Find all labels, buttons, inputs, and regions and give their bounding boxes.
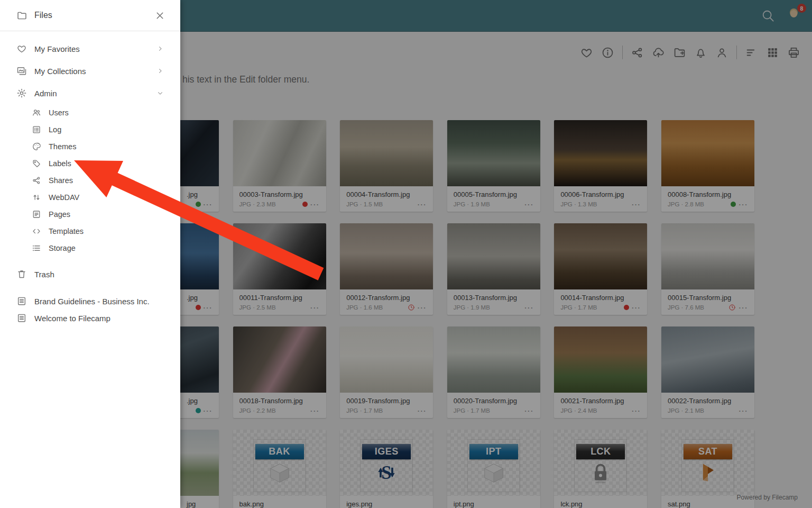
new-folder-button[interactable] (673, 46, 686, 59)
file-menu-icon[interactable]: ··· (632, 201, 641, 208)
file-name: 00020-Transform.jpg (454, 397, 534, 405)
sidebar-item-trash[interactable]: Trash (0, 263, 180, 285)
file-menu-icon[interactable]: ··· (310, 407, 320, 414)
file-thumbnail (447, 120, 540, 186)
grid-view-button[interactable] (766, 46, 779, 59)
file-card[interactable]: 00011-Transform.jpgJPG · 2.5 MB··· (233, 223, 326, 315)
sidebar-item-templates[interactable]: Templates (0, 223, 180, 240)
file-card[interactable]: 00015-Transform.jpgJPG · 7.6 MB··· (661, 223, 754, 315)
file-card[interactable]: 00019-Transform.jpgJPG · 1.7 MB··· (340, 326, 433, 418)
upload-button[interactable] (652, 46, 665, 59)
sidebar-item-webdav[interactable]: WebDAV (0, 189, 180, 206)
file-menu-icon[interactable]: ··· (204, 201, 213, 208)
file-card[interactable]: IGESSiges.png··· (340, 430, 433, 508)
file-card[interactable]: 00008-Transform.jpgJPG · 2.8 MB··· (661, 120, 754, 212)
file-name: 00021-Transform.jpg (560, 397, 641, 405)
favorites-button[interactable] (580, 46, 593, 59)
sort-icon (745, 46, 758, 59)
file-card[interactable]: IPTipt.png··· (447, 430, 540, 508)
file-menu-icon[interactable]: ··· (632, 304, 641, 311)
file-name: 00015-Transform.jpg (668, 294, 748, 302)
file-menu-icon[interactable]: ··· (418, 407, 427, 414)
gear-icon (16, 88, 27, 98)
file-meta: JPG · 2.5 MB (239, 304, 276, 311)
file-meta: JPG · 2.1 MB (668, 407, 704, 414)
file-menu-icon[interactable]: ··· (204, 304, 213, 311)
file-card[interactable]: 00022-Transform.jpgJPG · 2.1 MB··· (661, 326, 754, 418)
user-avatar[interactable]: 8 (786, 7, 802, 24)
file-card[interactable]: 00014-Transform.jpgJPG · 1.7 MB··· (554, 223, 647, 315)
file-card[interactable]: 00003-Transform.jpgJPG · 2.3 MB··· (233, 120, 326, 212)
status-dot-red (302, 202, 308, 207)
file-menu-icon[interactable]: ··· (204, 407, 213, 414)
chevron-right-icon (156, 44, 164, 53)
file-thumbnail (447, 326, 540, 393)
sidebar-item-log[interactable]: Log (0, 121, 180, 138)
file-thumbnail (661, 120, 754, 186)
sidebar-item-my-favorites[interactable]: My Favorites (0, 38, 180, 60)
sidebar-item-pages[interactable]: Pages (0, 206, 180, 223)
sidebar-item-themes[interactable]: Themes (0, 138, 180, 155)
sidebar-item-admin[interactable]: Admin (0, 82, 180, 104)
clock-icon (408, 304, 415, 311)
file-card[interactable]: 00013-Transform.jpgJPG · 1.9 MB··· (447, 223, 540, 315)
share-button[interactable] (631, 46, 644, 59)
file-menu-icon[interactable]: ··· (632, 407, 641, 414)
file-card[interactable]: LCKlck.png··· (554, 430, 647, 508)
file-menu-icon[interactable]: ··· (739, 407, 748, 414)
sidebar-item-labels[interactable]: Labels (0, 155, 180, 172)
file-card[interactable]: 00006-Transform.jpgJPG · 1.3 MB··· (554, 120, 647, 212)
heart-icon (580, 46, 593, 59)
info-button[interactable] (601, 46, 614, 59)
sidebar-item-brand-guidelines-business-inc[interactable]: Brand Guidelines - Business Inc. (0, 293, 180, 310)
sidebar-item-my-collections[interactable]: My Collections (0, 60, 180, 82)
sidebar-item-welcome-to-filecamp[interactable]: Welcome to Filecamp (0, 310, 180, 326)
account-button[interactable] (715, 46, 728, 59)
file-card[interactable]: 00005-Transform.jpgJPG · 1.9 MB··· (447, 120, 540, 212)
file-meta: JPG · 7.6 MB (668, 304, 704, 311)
sidebar-item-users[interactable]: Users (0, 104, 180, 121)
trash-icon (16, 269, 27, 279)
grid-icon (766, 46, 779, 59)
file-card[interactable]: BAKbak.png··· (233, 430, 326, 508)
close-icon[interactable] (154, 10, 165, 21)
file-card[interactable]: 00012-Transform.jpgJPG · 1.6 MB··· (340, 223, 433, 315)
sidebar-item-label: Admin (34, 89, 156, 98)
filetype-sat-icon (696, 461, 719, 486)
file-menu-icon[interactable]: ··· (418, 304, 427, 311)
file-menu-icon[interactable]: ··· (310, 201, 320, 208)
search-button[interactable] (761, 8, 775, 23)
file-thumbnail (661, 326, 754, 393)
file-name: sat.png (668, 500, 748, 508)
filetype-sheet: LCK (574, 439, 627, 492)
notifications-button[interactable] (694, 46, 707, 59)
file-card[interactable]: 00020-Transform.jpgJPG · 1.7 MB··· (447, 326, 540, 418)
file-name: 00022-Transform.jpg (668, 397, 748, 405)
file-name: 00012-Transform.jpg (346, 294, 427, 302)
shares-icon (32, 176, 41, 185)
log-icon (32, 125, 41, 134)
filetype-sheet: IGESS (360, 439, 413, 492)
status-dot-green (731, 202, 736, 207)
chevron-down-icon (156, 89, 164, 97)
file-menu-icon[interactable]: ··· (739, 304, 748, 311)
file-menu-icon[interactable]: ··· (524, 304, 534, 311)
sidebar-item-label: WebDAV (49, 193, 164, 202)
file-menu-icon[interactable]: ··· (418, 201, 427, 208)
file-card[interactable]: 00018-Transform.jpgJPG · 2.2 MB··· (233, 326, 326, 418)
sidebar-item-shares[interactable]: Shares (0, 172, 180, 189)
filetype-banner: IGES (362, 444, 411, 459)
file-menu-icon[interactable]: ··· (739, 201, 748, 208)
file-meta: JPG · 1.7 MB (560, 304, 597, 311)
powered-by-filecamp[interactable]: Powered by Filecamp (737, 494, 798, 501)
file-card[interactable]: 00021-Transform.jpgJPG · 2.4 MB··· (554, 326, 647, 418)
sidebar-item-storage[interactable]: Storage (0, 240, 180, 257)
file-card[interactable]: 00004-Transform.jpgJPG · 1.5 MB··· (340, 120, 433, 212)
file-menu-icon[interactable]: ··· (524, 407, 534, 414)
file-thumbnail (340, 223, 433, 289)
file-menu-icon[interactable]: ··· (310, 304, 320, 311)
print-button[interactable] (787, 46, 800, 59)
file-menu-icon[interactable]: ··· (524, 201, 534, 208)
webdav-icon (32, 193, 41, 202)
sort-button[interactable] (745, 46, 758, 59)
